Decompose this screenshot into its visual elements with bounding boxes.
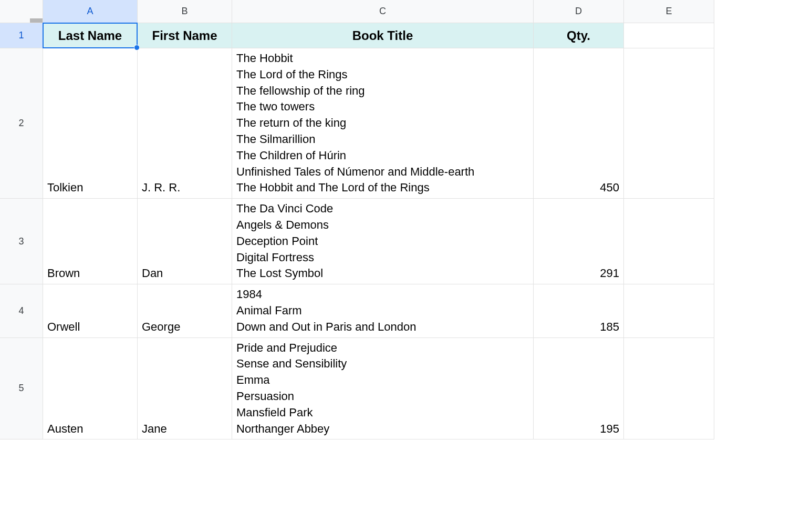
col-header-b[interactable]: B [138,0,232,23]
row-header-4[interactable]: 4 [0,284,43,337]
col-header-d[interactable]: D [534,0,624,23]
cell-e1[interactable] [624,23,714,48]
cell-c3[interactable]: The Da Vinci Code Angels & Demons Decept… [232,199,534,284]
cell-d4[interactable]: 185 [534,284,624,337]
cell-b5[interactable]: Jane [138,338,232,440]
cell-c2[interactable]: The Hobbit The Lord of the Rings The fel… [232,48,534,199]
cell-c1[interactable]: Book Title [232,23,534,48]
cell-e4[interactable] [624,284,714,337]
cell-a3[interactable]: Brown [43,199,138,284]
cell-d1[interactable]: Qty. [534,23,624,48]
col-header-c[interactable]: C [232,0,534,23]
cell-d5[interactable]: 195 [534,338,624,440]
cell-c4[interactable]: 1984 Animal Farm Down and Out in Paris a… [232,284,534,337]
cell-d2[interactable]: 450 [534,48,624,199]
cell-e2[interactable] [624,48,714,199]
cell-b2[interactable]: J. R. R. [138,48,232,199]
spreadsheet-grid[interactable]: A B C D E 1 Last Name First Name Book Ti… [0,0,812,439]
cell-a1[interactable]: Last Name [43,23,138,48]
cell-c5[interactable]: Pride and Prejudice Sense and Sensibilit… [232,338,534,440]
select-all-corner[interactable] [0,0,43,23]
cell-b3[interactable]: Dan [138,199,232,284]
cell-e3[interactable] [624,199,714,284]
row-header-3[interactable]: 3 [0,199,43,284]
cell-a4[interactable]: Orwell [43,284,138,337]
col-header-a[interactable]: A [43,0,138,23]
cell-d3[interactable]: 291 [534,199,624,284]
cell-a5[interactable]: Austen [43,338,138,440]
row-header-2[interactable]: 2 [0,48,43,199]
row-header-1[interactable]: 1 [0,23,43,48]
cell-a2[interactable]: Tolkien [43,48,138,199]
col-header-e[interactable]: E [624,0,714,23]
cell-b4[interactable]: George [138,284,232,337]
cell-e5[interactable] [624,338,714,440]
cell-b1[interactable]: First Name [138,23,232,48]
row-header-5[interactable]: 5 [0,338,43,440]
